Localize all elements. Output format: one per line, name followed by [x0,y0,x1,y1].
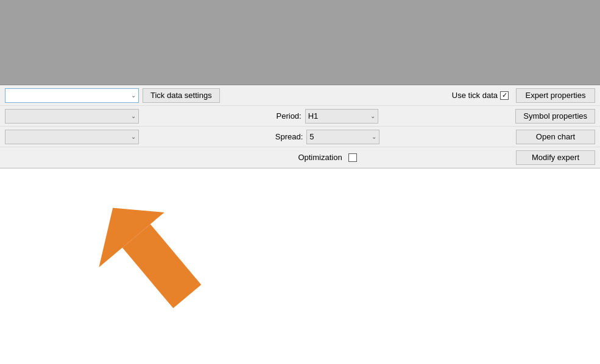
period-dropdown[interactable]: H1 ⌄ [305,109,378,124]
toolbar-row-3: ⌄ Spread: 5 ⌄ Open chart [0,127,600,147]
use-tick-checkbox[interactable]: ✓ [500,91,509,100]
period-value: H1 [308,111,319,121]
chevron-icon-period: ⌄ [370,113,375,119]
tick-data-settings-button[interactable]: Tick data settings [143,88,220,103]
optimization-checkbox[interactable] [348,153,357,162]
symbol-properties-button[interactable]: Symbol properties [515,109,595,124]
chevron-icon-3: ⌄ [131,133,136,140]
chevron-icon-spread: ⌄ [372,133,376,140]
chevron-icon-2: ⌄ [131,113,136,119]
toolbar-area: ⌄ Tick data settings Use tick data ✓ Exp… [0,85,600,169]
orange-arrow [61,187,268,335]
use-tick-data-area: Use tick data ✓ [452,91,509,100]
toolbar-row-4: Optimization Modify expert [0,147,600,168]
modify-expert-button[interactable]: Modify expert [516,150,595,165]
dropdown-1[interactable]: ⌄ [5,88,139,103]
top-gray-area [0,0,600,85]
period-label: Period: [277,111,302,121]
expert-properties-button[interactable]: Expert properties [516,88,595,103]
spread-value: 5 [309,132,314,141]
arrow-container [0,169,600,363]
chevron-icon-1: ⌄ [131,92,136,99]
optimization-label: Optimization [298,153,342,162]
use-tick-label: Use tick data [452,91,498,100]
dropdown-3[interactable]: ⌄ [5,130,139,144]
toolbar-row-2: ⌄ Period: H1 ⌄ Symbol properties [0,106,600,127]
toolbar-row-1: ⌄ Tick data settings Use tick data ✓ Exp… [0,85,600,106]
dropdown-2[interactable]: ⌄ [5,109,139,124]
spread-label: Spread: [275,132,303,141]
open-chart-button[interactable]: Open chart [516,130,595,144]
spread-dropdown[interactable]: 5 ⌄ [306,130,379,144]
